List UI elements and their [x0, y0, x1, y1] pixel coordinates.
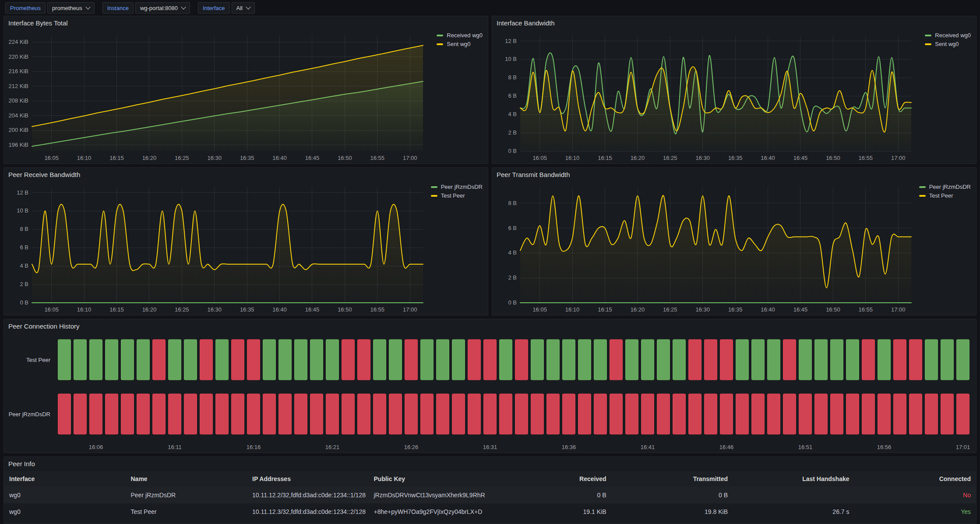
svg-text:0 B: 0 B — [20, 299, 28, 306]
column-header-interface[interactable]: Interface — [4, 471, 126, 487]
svg-text:16:55: 16:55 — [370, 306, 385, 313]
svg-text:16:30: 16:30 — [207, 306, 222, 313]
svg-text:16:40: 16:40 — [272, 155, 287, 161]
panel-title[interactable]: Peer Receive Bandwidth — [4, 168, 488, 181]
chevron-down-icon — [246, 4, 250, 9]
svg-text:16:40: 16:40 — [761, 306, 775, 313]
column-header-last-handshake[interactable]: Last Handshake — [733, 471, 855, 487]
variable-label-interface: Interface — [198, 2, 230, 14]
legend-series-label: Test Peer — [929, 192, 953, 199]
cell-last-handshake — [733, 487, 855, 503]
legend-series-label: Received wg0 — [935, 32, 971, 39]
panel-title[interactable]: Interface Bandwidth — [492, 16, 976, 29]
legend-item[interactable]: Sent wg0 — [925, 41, 971, 47]
svg-text:16:16: 16:16 — [247, 444, 261, 450]
cell-last-handshake: 26.7 s — [733, 503, 855, 520]
svg-text:17:00: 17:00 — [403, 306, 417, 313]
svg-text:2 B: 2 B — [508, 274, 517, 281]
column-header-transmitted[interactable]: Transmitted — [612, 471, 733, 487]
panel-title[interactable]: Peer Transmit Bandwidth — [492, 168, 976, 181]
chart-legend: Peer jRzmDsDRTest Peer — [919, 184, 971, 199]
legend-series-marker — [437, 35, 443, 36]
column-header-name[interactable]: Name — [126, 471, 247, 487]
svg-text:16:05: 16:05 — [44, 306, 59, 313]
peer-transmit-bandwidth-chart[interactable]: 0 B2 B4 B6 B8 B16:0516:1016:1516:2016:25… — [492, 181, 976, 315]
panel-peer-receive-bandwidth: Peer Receive Bandwidth 0 B2 B4 B6 B8 B10… — [4, 167, 488, 315]
cell-interface: wg0 — [4, 487, 126, 503]
variable-value-instance[interactable]: wg-portal:8080 — [135, 2, 190, 14]
legend-item[interactable]: Test Peer — [431, 192, 483, 199]
svg-text:216 KiB: 216 KiB — [8, 68, 28, 74]
svg-text:16:45: 16:45 — [305, 155, 320, 161]
legend-item[interactable]: Received wg0 — [925, 32, 971, 39]
chevron-down-icon — [85, 4, 90, 9]
column-header-connected[interactable]: Connected — [855, 471, 976, 487]
column-header-received[interactable]: Received — [490, 471, 612, 487]
legend-series-label: Received wg0 — [447, 32, 483, 39]
svg-text:16:30: 16:30 — [695, 306, 710, 313]
cell-name: Test Peer — [126, 503, 247, 520]
cell-transmitted: 19.8 KiB — [612, 503, 733, 520]
svg-text:16:55: 16:55 — [859, 155, 873, 161]
svg-text:16:45: 16:45 — [305, 306, 320, 313]
column-header-public-key[interactable]: Public Key — [369, 471, 490, 487]
svg-text:4 B: 4 B — [20, 262, 28, 269]
cell-ip-addresses: 10.11.12.3/32,fdfd:d3ad:c0de:1234::2/128 — [247, 503, 369, 520]
interface-bandwidth-chart[interactable]: 0 B2 B4 B6 B8 B10 B12 B16:0516:1016:1516… — [492, 29, 976, 163]
svg-text:10 B: 10 B — [17, 207, 28, 214]
chevron-down-icon — [181, 4, 186, 9]
legend-series-marker — [437, 43, 443, 45]
variable-label-prometheus: Prometheus — [5, 2, 46, 14]
cell-received: 19.1 KiB — [490, 503, 612, 520]
svg-text:16:46: 16:46 — [719, 444, 734, 450]
legend-series-marker — [925, 43, 931, 45]
legend-item[interactable]: Received wg0 — [437, 32, 483, 39]
panel-title[interactable]: Peer Connection History — [4, 319, 976, 333]
svg-text:16:50: 16:50 — [338, 155, 352, 161]
svg-text:8 B: 8 B — [20, 226, 28, 232]
svg-text:10 B: 10 B — [505, 56, 517, 62]
svg-text:16:30: 16:30 — [207, 155, 222, 161]
legend-item[interactable]: Peer jRzmDsDR — [431, 184, 483, 190]
panel-title[interactable]: Interface Bytes Total — [4, 16, 488, 29]
variable-instance: Instance wg-portal:8080 — [102, 2, 190, 14]
svg-text:16:35: 16:35 — [240, 155, 254, 161]
legend-item[interactable]: Test Peer — [919, 192, 971, 199]
legend-series-marker — [431, 195, 437, 197]
variable-interface: Interface All — [198, 2, 255, 14]
interface-bytes-total-chart[interactable]: 196 KiB200 KiB204 KiB208 KiB212 KiB216 K… — [4, 29, 488, 163]
panel-row-1: Interface Bytes Total 196 KiB200 KiB204 … — [4, 16, 976, 164]
cell-public-key: +8he+pyWH7Oa9g2FVjIxQzy04brLX+D — [369, 503, 490, 520]
svg-text:16:31: 16:31 — [483, 444, 497, 450]
peer-receive-bandwidth-chart[interactable]: 0 B2 B4 B6 B8 B10 B12 B16:0516:1016:1516… — [4, 181, 488, 315]
cell-connected: No — [855, 487, 976, 503]
cell-name: Peer jRzmDsDR — [126, 487, 247, 503]
variable-prometheus: Prometheus prometheus — [5, 2, 95, 14]
svg-text:16:05: 16:05 — [532, 155, 547, 161]
svg-text:212 KiB: 212 KiB — [8, 83, 28, 89]
svg-text:8 B: 8 B — [508, 200, 517, 206]
peer-connection-history-timeline[interactable]: Test PeerPeer jRzmDsDR16:0616:1116:1616:… — [4, 333, 976, 453]
table-row: wg0Peer jRzmDsDR10.11.12.2/32,fdfd:d3ad:… — [4, 487, 976, 503]
svg-text:16:35: 16:35 — [240, 306, 254, 313]
svg-text:12 B: 12 B — [505, 38, 517, 44]
variable-value-text: prometheus — [52, 5, 82, 11]
svg-text:16:50: 16:50 — [826, 155, 840, 161]
panel-title[interactable]: Peer Info — [4, 457, 976, 470]
svg-text:16:05: 16:05 — [532, 306, 547, 313]
svg-text:16:55: 16:55 — [859, 306, 873, 313]
svg-text:0 B: 0 B — [508, 299, 517, 306]
svg-text:16:35: 16:35 — [728, 155, 743, 161]
svg-text:220 KiB: 220 KiB — [8, 53, 28, 60]
svg-text:8 B: 8 B — [508, 74, 517, 81]
svg-text:4 B: 4 B — [508, 111, 517, 117]
svg-text:16:40: 16:40 — [761, 155, 775, 161]
legend-item[interactable]: Sent wg0 — [437, 41, 483, 47]
legend-item[interactable]: Peer jRzmDsDR — [919, 184, 971, 190]
variable-value-prometheus[interactable]: prometheus — [47, 2, 95, 14]
column-header-ip-addresses[interactable]: IP Addresses — [247, 471, 369, 487]
dashboard-controls: Prometheus prometheus Instance wg-portal… — [0, 0, 980, 16]
cell-transmitted: 0 B — [612, 487, 733, 503]
variable-value-interface[interactable]: All — [232, 2, 255, 14]
cell-interface: wg0 — [4, 503, 126, 520]
